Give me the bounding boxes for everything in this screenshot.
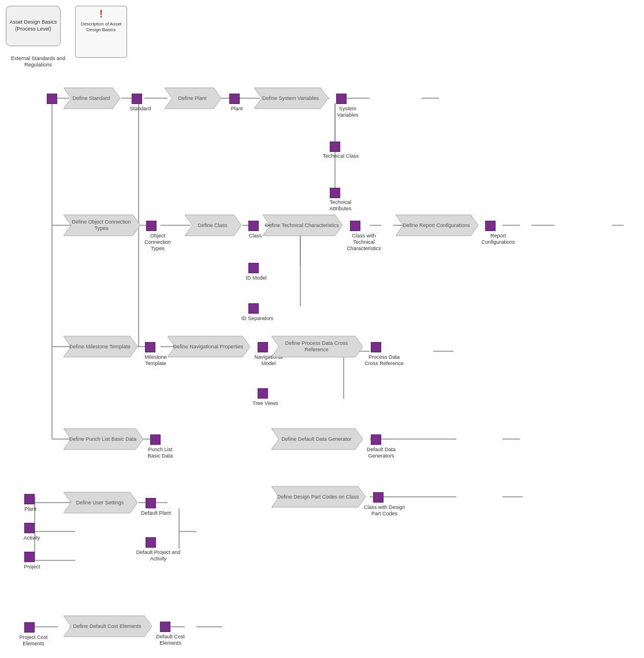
activity-input-dot [24,523,35,533]
default-cost-label: Default Cost Elements [150,634,191,646]
proc-data-dot [371,342,381,352]
nav-model-dot [258,342,268,352]
define-punch-list-chevron[interactable]: Define Punch List Basic Data [64,427,144,451]
start-dot-1 [47,94,57,104]
default-cost-dot [160,622,170,632]
report-conf-label: Report Configurations [477,233,520,246]
class-tech-label: Class with Technical Characteristics [341,233,387,251]
id-model-dot [248,263,259,273]
technical-class-dot [330,142,340,152]
define-design-part-codes-chevron[interactable]: Define Design Part Codes on Class [271,485,367,508]
default-plant-label: Default Plant [139,510,173,516]
svg-marker-55 [254,88,328,109]
plant-input-dot [24,494,35,504]
description-label: Description of Asset Design Basics [76,21,126,34]
svg-marker-66 [64,492,137,513]
svg-marker-60 [64,336,137,357]
svg-marker-64 [271,429,363,449]
punch-list-label: Punch List Basic Data [142,447,179,459]
punch-list-dot [150,434,161,445]
activity-input-label: Activity [17,535,46,541]
svg-marker-63 [64,429,143,449]
define-standard-chevron[interactable]: Define Standard [64,87,121,110]
technical-attributes-label: Technical Attributes [319,199,362,212]
report-conf-dot [485,221,496,231]
svg-marker-65 [271,486,366,507]
define-report-config-chevron[interactable]: Define Report Configurations [396,214,479,237]
define-tech-char-chevron[interactable]: Define Technical Characteristics [263,214,344,237]
id-sep-dot [248,303,259,314]
system-variables-label: System Variables [330,106,365,118]
svg-marker-53 [64,88,120,109]
plant-input-label: Plant [20,506,40,512]
system-vars-dot [336,94,347,104]
project-input-dot [24,552,35,562]
default-proj-act-dot [146,537,156,548]
diagram-container: Asset Design Basics (Process Level) ! De… [0,0,644,658]
standard-label: Standard [126,106,155,112]
define-class-chevron[interactable]: Define Class [185,214,243,237]
define-process-data-chevron[interactable]: Define Process Data Cross Reference [271,335,364,358]
asset-design-basics-box: Asset Design Basics (Process Level) [6,6,61,46]
default-proj-act-label: Default Project and Activity [135,549,181,562]
svg-marker-61 [167,336,250,357]
plant-label: Plant [225,106,248,112]
class-design-dot [373,492,384,503]
milestone-dot [145,342,155,352]
class-tech-dot [350,221,360,231]
define-object-connection-chevron[interactable]: Define Object Connection Types [64,214,142,237]
default-plant-dot [146,498,156,508]
define-system-variables-chevron[interactable]: Define System Variables [254,87,329,110]
define-milestone-chevron[interactable]: Define Milestone Template [64,335,139,358]
class-dot [248,221,259,231]
external-standards-label: External Standards and Regulations [3,55,73,68]
asset-design-basics-label: Asset Design Basics (Process Level) [6,19,60,32]
proj-cost-label: Project Cost Elements [16,634,51,647]
obj-conn-label: Object Connection Types [137,233,178,251]
exclaim-icon: ! [99,9,103,19]
default-data-gen-label: Default Data Generators [361,447,401,459]
obj-conn-dot [146,221,157,231]
proc-data-label: Process Data Cross Reference [361,354,407,367]
define-user-settings-chevron[interactable]: Define User Settings [64,491,139,514]
proj-cost-dot [24,622,35,633]
svg-marker-54 [165,88,221,109]
technical-class-label: Technical Class [321,153,361,159]
id-sep-label: ID Separators [239,315,276,322]
svg-marker-58 [263,215,343,236]
define-default-data-gen-chevron[interactable]: Define Default Data Generator [271,427,364,451]
svg-marker-59 [396,215,478,236]
define-default-cost-chevron[interactable]: Define Default Cost Elements [64,615,153,638]
svg-marker-62 [271,336,363,357]
technical-attrs-dot [330,188,340,198]
class-design-label: Class with Design Part Codes [363,504,406,517]
svg-marker-57 [185,215,241,236]
define-nav-props-chevron[interactable]: Define Navigational Properties [167,335,251,358]
tree-views-dot [258,388,268,399]
svg-marker-56 [64,215,140,236]
project-input-label: Project [19,564,45,570]
plant-dot [229,94,240,104]
define-plant-chevron[interactable]: Define Plant [165,87,222,110]
default-data-gen-dot [371,434,381,445]
description-box: ! Description of Asset Design Basics [75,6,127,58]
standard-dot [132,94,142,104]
id-model-label: ID Model [240,275,272,281]
tree-views-label: Tree Views [250,400,281,407]
svg-marker-67 [64,616,152,637]
